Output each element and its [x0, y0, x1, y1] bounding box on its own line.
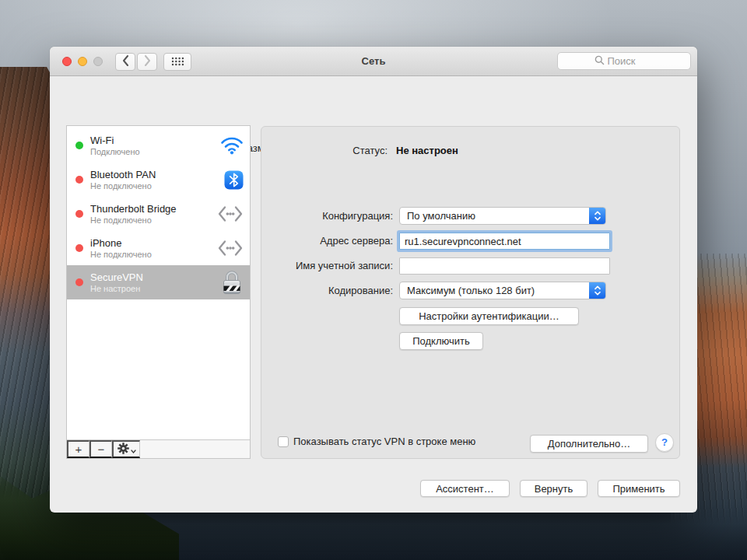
popup-stepper-icon	[589, 208, 605, 224]
service-status: Не подключено	[90, 181, 219, 191]
grid-icon	[171, 55, 184, 69]
encryption-label: Кодирование:	[261, 285, 393, 296]
search-icon	[594, 54, 605, 68]
network-preferences-window: Сеть Размещение: Автоматическое	[50, 47, 697, 513]
show-vpn-status-label: Показывать статус VPN в строке меню	[293, 436, 475, 447]
chevron-right-icon	[144, 55, 151, 69]
services-list: Wi-Fi Подключено	[67, 126, 250, 439]
service-status: Не подключено	[90, 215, 212, 225]
service-text: iPhone Не подключено	[90, 237, 212, 259]
zoom-button[interactable]	[93, 57, 103, 66]
advanced-button[interactable]: Дополнительно…	[530, 435, 648, 453]
back-button[interactable]	[115, 53, 135, 71]
add-service-button[interactable]: +	[67, 440, 89, 458]
forward-button[interactable]	[137, 53, 157, 71]
popup-stepper-icon	[589, 282, 605, 299]
status-dot-red	[75, 278, 83, 286]
encryption-popup-value: Максимум (только 128 бит)	[400, 282, 605, 299]
service-name: SecureVPN	[90, 271, 216, 283]
show-vpn-status-row: Показывать статус VPN в строке меню	[278, 436, 475, 447]
vpn-lock-icon	[220, 269, 244, 296]
status-label: Статус:	[256, 145, 388, 156]
wifi-icon	[220, 136, 244, 155]
configuration-label: Конфигурация:	[261, 210, 393, 222]
search-field[interactable]	[557, 52, 691, 70]
close-button[interactable]	[62, 57, 72, 66]
configuration-popup[interactable]: По умолчанию	[399, 207, 606, 225]
sidebar-footer: + −	[67, 439, 250, 458]
sidebar-item-securevpn[interactable]: SecureVPN Не настроен	[67, 265, 250, 299]
chevron-down-icon	[131, 443, 136, 456]
action-menu-button[interactable]	[112, 440, 140, 458]
status-dot-red	[75, 176, 83, 184]
sidebar-item-bluetooth-pan[interactable]: Bluetooth PAN Не подключено	[67, 163, 250, 197]
service-status: Не подключено	[90, 250, 212, 259]
server-address-label: Адрес сервера:	[261, 235, 393, 247]
assistant-button[interactable]: Ассистент…	[420, 480, 510, 497]
account-name-input[interactable]	[399, 257, 610, 275]
service-status: Подключено	[90, 147, 216, 156]
connect-button[interactable]: Подключить	[399, 332, 483, 350]
show-vpn-status-checkbox[interactable]	[278, 436, 289, 447]
sidebar-item-iphone[interactable]: iPhone Не подключено	[67, 231, 250, 265]
remove-service-button[interactable]: −	[89, 440, 112, 458]
service-status: Не настроен	[90, 284, 216, 293]
server-address-input[interactable]	[399, 233, 610, 250]
encryption-popup[interactable]: Максимум (только 128 бит)	[399, 282, 606, 299]
status-dot-green	[75, 142, 83, 149]
title-bar[interactable]: Сеть	[50, 47, 697, 76]
sidebar-item-thunderbolt-bridge[interactable]: Thunderbolt Bridge Не подключено	[67, 197, 250, 231]
status-dot-red	[75, 210, 83, 218]
sidebar-item-wifi[interactable]: Wi-Fi Подключено	[67, 128, 250, 163]
vpn-settings-pane: Статус: Не настроен Конфигурация: По умо…	[261, 126, 680, 459]
gear-icon	[117, 443, 129, 457]
service-text: Wi-Fi Подключено	[90, 135, 216, 156]
services-sidebar: Wi-Fi Подключено	[66, 125, 251, 459]
bridge-icon	[217, 205, 244, 222]
service-name: Thunderbolt Bridge	[90, 203, 212, 215]
help-button[interactable]: ?	[655, 433, 674, 452]
account-name-label: Имя учетной записи:	[261, 260, 393, 271]
status-value: Не настроен	[396, 145, 458, 156]
authentication-settings-button[interactable]: Настройки аутентификации…	[399, 307, 579, 325]
search-input[interactable]	[608, 55, 654, 67]
desktop-wallpaper: Сеть Размещение: Автоматическое	[0, 0, 747, 560]
bluetooth-icon	[224, 170, 244, 190]
chevron-left-icon	[122, 55, 129, 69]
configuration-popup-value: По умолчанию	[400, 208, 605, 225]
revert-button[interactable]: Вернуть	[520, 480, 587, 497]
service-name: Wi-Fi	[90, 135, 216, 146]
service-name: iPhone	[90, 237, 212, 249]
bridge-icon	[217, 240, 244, 257]
minimize-button[interactable]	[78, 57, 87, 66]
traffic-lights	[62, 57, 103, 66]
apply-button[interactable]: Применить	[598, 480, 680, 497]
show-all-button[interactable]	[163, 53, 191, 71]
service-text: SecureVPN Не настроен	[90, 271, 216, 293]
service-name: Bluetooth PAN	[90, 169, 219, 180]
service-text: Thunderbolt Bridge Не подключено	[90, 203, 212, 225]
service-text: Bluetooth PAN Не подключено	[90, 169, 219, 191]
status-dot-red	[75, 244, 83, 252]
